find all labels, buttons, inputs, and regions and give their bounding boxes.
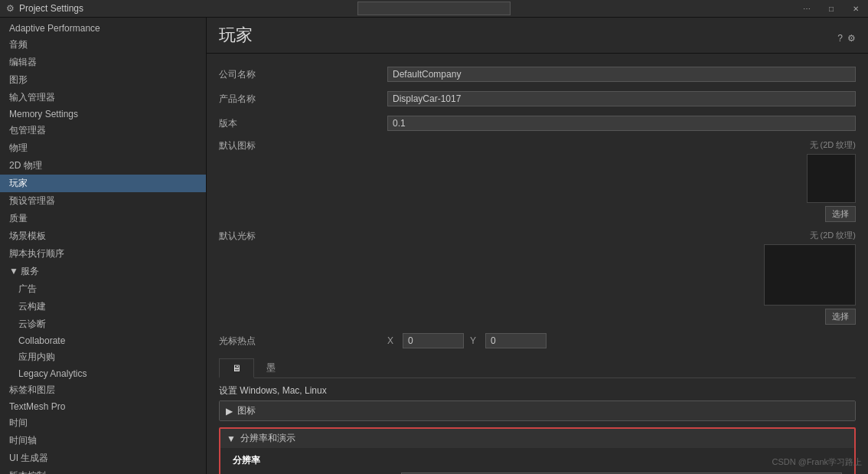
sidebar-item-preset[interactable]: 预设管理器 xyxy=(0,192,206,210)
xy-field: X Y xyxy=(387,333,547,348)
sidebar-item-legacy[interactable]: Legacy Analytics xyxy=(0,366,206,381)
company-value-wrap xyxy=(387,67,856,82)
product-row: 产品名称 xyxy=(219,90,856,107)
resolution-section: ▼ 分辨率和演示 分辨率 全屏模式 窗口化 全屏模式 最大化窗口 无边 xyxy=(219,427,856,474)
sidebar-item-script[interactable]: 脚本执行顺序 xyxy=(0,245,206,263)
platform-section-label: 设置 Windows, Mac, Linux xyxy=(219,384,856,397)
icon-area: 无 (2D 纹理) 选择 xyxy=(387,139,856,222)
sidebar-item-package[interactable]: 包管理器 xyxy=(0,122,206,139)
desktop-icon: 🖥 xyxy=(232,363,241,374)
tab-mobile[interactable]: 墨 xyxy=(254,358,288,378)
sidebar-item-editor[interactable]: 编辑器 xyxy=(0,54,206,71)
icon-section-label: 图标 xyxy=(237,404,256,417)
cursor-select-button[interactable]: 选择 xyxy=(825,309,856,325)
titlebar: ⚙ Project Settings ⋯ □ ✕ xyxy=(0,0,868,18)
resolution-header-label: 分辨率和演示 xyxy=(240,432,295,445)
icon-placeholder xyxy=(807,154,856,203)
sidebar-item-memory[interactable]: Memory Settings xyxy=(0,106,206,122)
close-button[interactable]: ✕ xyxy=(844,0,868,18)
default-icon-label: 默认图标 xyxy=(219,139,387,152)
content-body: 公司名称 产品名称 版本 默认图标 xyxy=(207,54,868,474)
settings-icon[interactable]: ⚙ xyxy=(847,33,856,44)
sidebar-item-quality[interactable]: 质量 xyxy=(0,210,206,227)
sidebar-item-collaborate[interactable]: Collaborate xyxy=(0,333,206,348)
sidebar-item-graphics[interactable]: 图形 xyxy=(0,71,206,89)
sidebar-item-cloud[interactable]: 云构建 xyxy=(0,298,206,315)
sidebar: Adaptive Performance音频编辑器图形输入管理器Memory S… xyxy=(0,18,207,474)
sidebar-item-adaptive[interactable]: Adaptive Performance xyxy=(0,21,206,36)
sidebar-item-tags[interactable]: 标签和图层 xyxy=(0,381,206,399)
header-actions: ? ⚙ xyxy=(837,33,856,44)
sidebar-item-physics[interactable]: 物理 xyxy=(0,139,206,157)
icon-none-label: 无 (2D 纹理) xyxy=(810,139,857,151)
content-header: 玩家 ? ⚙ xyxy=(207,18,868,54)
company-row: 公司名称 xyxy=(219,66,856,83)
version-input[interactable] xyxy=(387,116,856,131)
sidebar-item-player[interactable]: 玩家 xyxy=(0,175,206,192)
mobile-icon: 墨 xyxy=(266,361,276,374)
icon-select-button[interactable]: 选择 xyxy=(825,206,856,222)
maximize-button[interactable]: □ xyxy=(819,0,844,18)
sidebar-item-scene[interactable]: 场景模板 xyxy=(0,227,206,245)
sidebar-item-diag[interactable]: 云诊断 xyxy=(0,315,206,333)
version-label: 版本 xyxy=(219,117,387,130)
sidebar-item-ads[interactable]: 广告 xyxy=(0,280,206,298)
sidebar-item-iap[interactable]: 应用内购 xyxy=(0,348,206,366)
resolution-arrow: ▼ xyxy=(227,433,236,444)
icon-arrow: ▶ xyxy=(226,406,233,417)
sidebar-item-audio[interactable]: 音频 xyxy=(0,36,206,54)
sidebar-item-timeline[interactable]: 时间轴 xyxy=(0,432,206,449)
x-input[interactable] xyxy=(403,333,464,348)
resolution-subsection-title: 分辨率 xyxy=(233,454,842,467)
content-area: 玩家 ? ⚙ 公司名称 产品名称 版本 xyxy=(207,18,868,474)
sidebar-item-uibuilder[interactable]: UI 生成器 xyxy=(0,449,206,467)
version-row: 版本 xyxy=(219,115,856,132)
tab-desktop[interactable]: 🖥 xyxy=(219,358,254,378)
watermark: CSDN @Frank学习路上 xyxy=(772,456,862,468)
hotspot-label: 光标热点 xyxy=(219,335,387,348)
product-label: 产品名称 xyxy=(219,93,387,106)
sidebar-item-textmesh[interactable]: TextMesh Pro xyxy=(0,399,206,414)
help-icon[interactable]: ? xyxy=(837,33,843,44)
main-layout: Adaptive Performance音频编辑器图形输入管理器Memory S… xyxy=(0,18,868,474)
page-title: 玩家 xyxy=(219,24,253,53)
title-icon: ⚙ xyxy=(6,3,15,14)
cursor-area: 无 (2D 纹理) 选择 xyxy=(387,230,856,325)
search-bar[interactable] xyxy=(357,2,511,15)
sidebar-item-vcs[interactable]: 版本控制 xyxy=(0,467,206,474)
product-value-wrap xyxy=(387,91,856,106)
resolution-header[interactable]: ▼ 分辨率和演示 xyxy=(220,429,854,448)
search-input[interactable] xyxy=(357,2,511,15)
default-icon-row: 默认图标 无 (2D 纹理) 选择 xyxy=(219,139,856,222)
default-cursor-row: 默认光标 无 (2D 纹理) 选择 xyxy=(219,230,856,325)
company-label: 公司名称 xyxy=(219,68,387,81)
x-label: X xyxy=(387,335,393,346)
sidebar-item-services[interactable]: ▼ 服务 xyxy=(0,263,206,280)
version-value-wrap xyxy=(387,116,856,131)
hotspot-row: 光标热点 X Y xyxy=(219,332,856,349)
company-input[interactable] xyxy=(387,67,856,82)
icon-section: ▶ 图标 xyxy=(219,400,856,421)
sidebar-item-time[interactable]: 时间 xyxy=(0,414,206,432)
sidebar-item-physics2d[interactable]: 2D 物理 xyxy=(0,157,206,175)
icon-section-header[interactable]: ▶ 图标 xyxy=(220,401,855,420)
y-label: Y xyxy=(470,335,476,346)
sidebar-item-input[interactable]: 输入管理器 xyxy=(0,89,206,106)
y-input[interactable] xyxy=(485,333,547,348)
platform-tabs: 🖥 墨 xyxy=(219,358,856,378)
cursor-placeholder xyxy=(764,244,856,306)
resolution-body: 分辨率 全屏模式 窗口化 全屏模式 最大化窗口 无边框窗口 xyxy=(220,448,854,474)
cursor-none-label: 无 (2D 纹理) xyxy=(810,230,857,241)
menu-button[interactable]: ⋯ xyxy=(795,0,819,18)
title-text: Project Settings xyxy=(19,3,83,14)
window-controls: ⋯ □ ✕ xyxy=(795,0,868,18)
default-cursor-label: 默认光标 xyxy=(219,230,387,243)
product-input[interactable] xyxy=(387,91,856,106)
